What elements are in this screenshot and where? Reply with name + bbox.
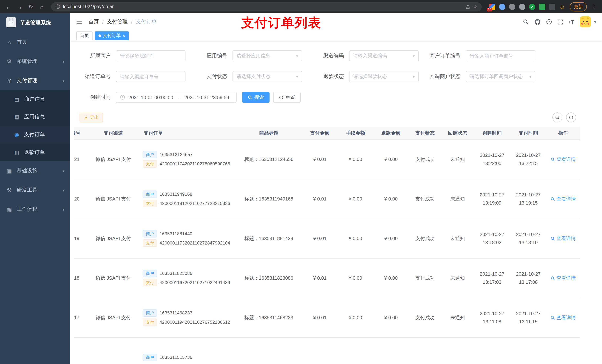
magnifier-icon (550, 236, 555, 241)
toggle-search-icon[interactable] (552, 113, 562, 123)
merchant-order-line: 商户 1635311468233 (143, 309, 234, 317)
filter-field-merchant-order-no: 商户订单编号 (430, 50, 546, 62)
cell-id: 119 (74, 219, 87, 258)
extension-circle-icon[interactable] (509, 3, 515, 10)
col-fee: 手续金额 (338, 127, 373, 139)
sidebar-item-app-info[interactable]: ▦ 应用信息 (0, 108, 70, 126)
channel-order-no-input[interactable] (116, 71, 185, 82)
sidebar-item-home[interactable]: ⌂ 首页 (0, 32, 70, 52)
cell-fee: ¥ 0.00 (338, 258, 373, 298)
table-toolbar: 导出 (74, 113, 598, 123)
refresh-icon[interactable] (566, 113, 576, 123)
sidebar-item-devtools[interactable]: ⚒ 研发工具 ▾ (0, 180, 70, 200)
extension-check-icon[interactable]: ✓ (529, 3, 535, 10)
screen: ← → ↻ ⌂ ⓘ localhost:1024/pay/order ☆ 10 … (0, 0, 602, 364)
merchant-select-input[interactable] (116, 50, 185, 62)
view-detail-link[interactable]: 查看详情 (550, 196, 576, 202)
order-id: 117 (74, 315, 79, 320)
browser-menu-icon[interactable]: ⋮ (591, 3, 597, 10)
view-detail-link[interactable]: 查看详情 (550, 314, 576, 321)
refund-amount: ¥ 0.00 (384, 156, 398, 162)
refund-amount: ¥ 0.00 (384, 315, 398, 320)
view-detail-link[interactable]: 查看详情 (550, 275, 576, 281)
forward-icon[interactable]: → (15, 2, 24, 11)
order-id: 121 (74, 156, 80, 162)
search-icon[interactable] (523, 19, 528, 25)
app-select[interactable]: 请选择应用信息 ▾ (233, 50, 302, 62)
pay-tag: 支付 (143, 239, 157, 247)
cell-id (74, 337, 87, 364)
pay-status-select[interactable]: 请选择支付状态 ▾ (233, 71, 302, 82)
cell-create-time: 2021-10-27 13:19:09 (474, 179, 510, 219)
sidebar-item-payment[interactable]: ¥ 支付管理 ▴ (0, 71, 70, 90)
export-button[interactable]: 导出 (80, 113, 103, 122)
create-time-range-input[interactable]: 2021-10-01 00:00:00 - 2021-10-31 23:59:5… (116, 92, 236, 103)
avatar[interactable] (580, 16, 591, 27)
reload-icon[interactable]: ↻ (26, 2, 35, 11)
cell-title (236, 337, 302, 364)
back-icon[interactable]: ← (4, 2, 13, 11)
share-icon[interactable] (465, 4, 470, 9)
notify-status: 未通知 (450, 315, 465, 320)
sidebar-item-infra[interactable]: ▣ 基础设施 ▾ (0, 161, 70, 180)
callback-status-select[interactable]: 请选择订单回调商户状态 ▾ (466, 71, 535, 82)
bookmark-star-icon[interactable]: ☆ (473, 4, 477, 9)
table-row: 119 微信 JSAPI 支付 商户 1635311881440 支付 4200… (74, 219, 580, 258)
filter-label: 退款状态 (313, 73, 349, 80)
extension-puzzle-icon[interactable]: 10 (489, 3, 495, 10)
refund-status-select[interactable]: 请选择退款状态 ▾ (349, 71, 419, 82)
tab-home[interactable]: 首页 (76, 31, 93, 40)
notify-status: 未通知 (450, 156, 465, 162)
extension-globe-icon[interactable] (519, 3, 525, 10)
select-placeholder: 请选择退款状态 (353, 73, 387, 80)
view-detail-link[interactable]: 查看详情 (550, 235, 576, 242)
site-info-icon[interactable]: ⓘ (55, 3, 60, 10)
fullscreen-icon[interactable] (557, 19, 563, 25)
hamburger-icon[interactable] (76, 19, 83, 24)
cell-pay-order: 商户 1635311881440 支付 42000011732021102728… (139, 219, 236, 258)
cell-id: 118 (74, 258, 87, 298)
pay-order-no: 4200001174202110278060590766 (160, 161, 230, 166)
cell-actions: 查看详情 (547, 179, 580, 219)
avatar-caret-icon[interactable]: ▾ (594, 20, 596, 24)
col-pay-order: 支付订单 (139, 127, 236, 139)
merchant-order-line: 商户 1635312124657 (143, 151, 234, 158)
sidebar-item-refund-order[interactable]: ▥ 退款订单 (0, 144, 70, 161)
sidebar-item-merchant-info[interactable]: ▤ 商户信息 (0, 90, 70, 108)
extension-face-icon[interactable]: ☺ (559, 3, 565, 10)
address-bar[interactable]: ⓘ localhost:1024/pay/order ☆ (51, 2, 482, 11)
help-icon[interactable]: ? (546, 19, 552, 25)
breadcrumb-home[interactable]: 首页 (88, 19, 99, 25)
github-icon[interactable] (534, 19, 540, 25)
breadcrumb-separator: / (102, 19, 104, 25)
home-icon[interactable]: ⌂ (37, 2, 47, 11)
extension-drop-icon[interactable] (499, 3, 505, 10)
app-logo[interactable]: 芋道管理系统 (0, 13, 70, 32)
merchant-order-line: 商户 1635311515736 (143, 354, 234, 361)
clock-icon (120, 95, 125, 100)
tab-pay-order[interactable]: 支付订单 × (95, 31, 129, 40)
extension-dark-puzzle-icon[interactable] (549, 3, 555, 10)
filter-label: 应用编号 (196, 52, 233, 59)
browser-update-button[interactable]: 更新 (570, 2, 587, 11)
breadcrumb-payment[interactable]: 支付管理 (107, 19, 128, 25)
merchant-order-line: 商户 1635311823086 (143, 270, 234, 277)
merchant-order-no-input[interactable] (466, 50, 535, 62)
extension-square-icon[interactable] (539, 3, 545, 10)
sidebar-item-system[interactable]: ⚙ 系统管理 ▾ (0, 52, 70, 71)
reset-button[interactable]: 重置 (273, 92, 301, 103)
close-icon[interactable]: × (123, 33, 125, 38)
notify-status: 未通知 (450, 196, 465, 201)
merchant-tag: 商户 (143, 151, 157, 158)
sidebar-item-workflow[interactable]: ▧ 工作流程 ▾ (0, 200, 70, 219)
search-button[interactable]: 搜索 (242, 92, 269, 103)
cell-pay-order: 商户 1635311949168 支付 42000011812021102777… (139, 179, 236, 219)
sidebar-item-pay-order[interactable]: ◉ 支付订单 (0, 126, 70, 144)
chevron-down-icon: ▾ (296, 54, 298, 58)
channel-code-select[interactable]: 请输入渠道编码 ▾ (349, 50, 419, 62)
font-size-icon[interactable]: TT (569, 19, 574, 25)
view-detail-link[interactable]: 查看详情 (550, 156, 576, 163)
cell-create-time: 2021-10-27 13:18:02 (474, 219, 510, 258)
cell-title: 标题：1635311949168 (236, 179, 302, 219)
cell-pay-time: 2021-10-27 13:22:15 (510, 139, 547, 179)
